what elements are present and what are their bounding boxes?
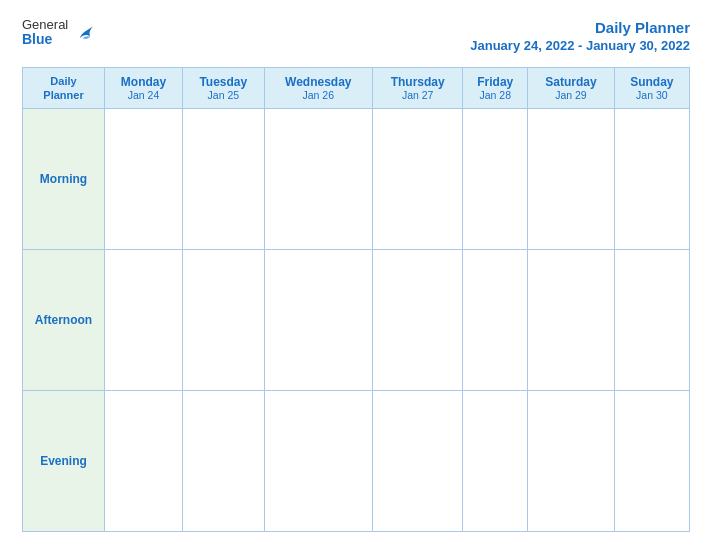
cell-afternoon-thursday[interactable] (372, 250, 462, 391)
day-date-saturday: Jan 29 (532, 89, 610, 101)
day-date-monday: Jan 24 (109, 89, 178, 101)
col-header-friday: Friday Jan 28 (463, 67, 528, 109)
table-header-label: DailyPlanner (23, 67, 105, 109)
col-header-tuesday: Tuesday Jan 25 (183, 67, 265, 109)
day-name-wednesday: Wednesday (269, 75, 368, 89)
cell-evening-thursday[interactable] (372, 391, 462, 532)
cell-morning-wednesday[interactable] (264, 109, 372, 250)
col-header-thursday: Thursday Jan 27 (372, 67, 462, 109)
cell-morning-tuesday[interactable] (183, 109, 265, 250)
cell-evening-monday[interactable] (105, 391, 183, 532)
cell-evening-friday[interactable] (463, 391, 528, 532)
table-row-evening: Evening (23, 391, 690, 532)
cell-evening-sunday[interactable] (614, 391, 689, 532)
cell-afternoon-monday[interactable] (105, 250, 183, 391)
col-header-monday: Monday Jan 24 (105, 67, 183, 109)
planner-date-range: January 24, 2022 - January 30, 2022 (470, 38, 690, 53)
day-date-tuesday: Jan 25 (187, 89, 260, 101)
general-blue-bird-icon (74, 22, 96, 44)
cell-evening-saturday[interactable] (528, 391, 615, 532)
table-label-line1: DailyPlanner (43, 75, 83, 101)
row-label-morning: Morning (23, 109, 105, 250)
cell-afternoon-friday[interactable] (463, 250, 528, 391)
day-name-sunday: Sunday (619, 75, 685, 89)
cell-morning-sunday[interactable] (614, 109, 689, 250)
day-date-thursday: Jan 27 (377, 89, 458, 101)
day-name-tuesday: Tuesday (187, 75, 260, 89)
cell-morning-thursday[interactable] (372, 109, 462, 250)
cell-afternoon-tuesday[interactable] (183, 250, 265, 391)
cell-evening-tuesday[interactable] (183, 391, 265, 532)
day-date-sunday: Jan 30 (619, 89, 685, 101)
col-header-wednesday: Wednesday Jan 26 (264, 67, 372, 109)
day-name-friday: Friday (467, 75, 523, 89)
cell-afternoon-sunday[interactable] (614, 250, 689, 391)
page: General Blue Daily Planner January 24, 2… (0, 0, 712, 550)
planner-title: Daily Planner (470, 18, 690, 38)
cell-morning-friday[interactable] (463, 109, 528, 250)
title-area: Daily Planner January 24, 2022 - January… (470, 18, 690, 53)
cell-afternoon-saturday[interactable] (528, 250, 615, 391)
day-date-wednesday: Jan 26 (269, 89, 368, 101)
day-name-thursday: Thursday (377, 75, 458, 89)
day-date-friday: Jan 28 (467, 89, 523, 101)
col-header-saturday: Saturday Jan 29 (528, 67, 615, 109)
cell-morning-saturday[interactable] (528, 109, 615, 250)
col-header-sunday: Sunday Jan 30 (614, 67, 689, 109)
day-name-saturday: Saturday (532, 75, 610, 89)
logo-blue: Blue (22, 32, 68, 47)
cell-afternoon-wednesday[interactable] (264, 250, 372, 391)
table-row-morning: Morning (23, 109, 690, 250)
day-name-monday: Monday (109, 75, 178, 89)
logo-area: General Blue (22, 18, 96, 48)
logo-text: General Blue (22, 18, 68, 48)
header: General Blue Daily Planner January 24, 2… (22, 18, 690, 53)
logo-general: General (22, 18, 68, 32)
row-label-afternoon: Afternoon (23, 250, 105, 391)
calendar-table: DailyPlanner Monday Jan 24 Tuesday Jan 2… (22, 67, 690, 533)
cell-evening-wednesday[interactable] (264, 391, 372, 532)
row-label-evening: Evening (23, 391, 105, 532)
cell-morning-monday[interactable] (105, 109, 183, 250)
table-row-afternoon: Afternoon (23, 250, 690, 391)
